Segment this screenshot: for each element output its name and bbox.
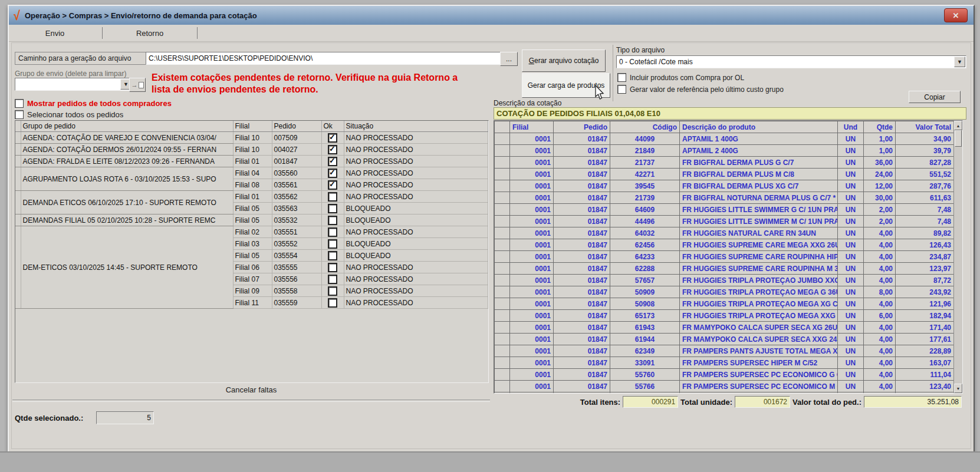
selecionar-todos-checkbox[interactable] — [15, 110, 24, 119]
row-checkbox[interactable] — [328, 204, 337, 213]
cell-pedido: 035551 — [272, 226, 321, 238]
copiar-button[interactable]: Copiar — [909, 91, 961, 103]
table-row[interactable]: 00010184761943FR MAMYPOKO CALCA SUPER SE… — [495, 322, 954, 334]
scroll-down-icon[interactable]: ▼ — [954, 384, 962, 393]
table-row[interactable]: 00010184750908FR HUGGIES TRIPLA PROTEÇAO… — [495, 298, 954, 310]
row-checkbox[interactable] — [328, 192, 337, 202]
cell-pedido: 01847 — [554, 298, 610, 310]
cell-und: UN — [838, 381, 864, 392]
cell-ok — [321, 238, 344, 250]
cell-valor: 243,92 — [896, 286, 954, 298]
incluir-ol-checkbox-row[interactable]: Incluir produtos com Compra por OL — [617, 73, 744, 82]
table-row[interactable]: 00010184764609FR HUGGIES LITTLE SWIMMER … — [495, 204, 954, 216]
row-checkbox[interactable] — [328, 133, 337, 143]
cell-ok — [321, 250, 344, 262]
cell-valor: 182,94 — [896, 310, 954, 322]
cell-qtde: 4,00 — [864, 239, 896, 251]
row-checkbox[interactable] — [328, 251, 337, 260]
table-row[interactable]: 00010184762456FR HUGGIES SUPREME CARE ME… — [495, 239, 954, 251]
row-checkbox[interactable] — [328, 169, 337, 178]
gerar-arquivo-cotacao-button[interactable]: Gerar arquivo cotação — [522, 49, 606, 72]
table-row[interactable]: 00010184744099APTAMIL 1 400GUN1,0034,90 — [495, 133, 954, 145]
table-row[interactable]: DEMANDA ETICOS 06/10/2025 17:10 - SUPORT… — [15, 191, 488, 203]
grupo-envio-select[interactable]: ▼ — [15, 78, 133, 91]
window-title: Operação > Compras > Envio/retorno de de… — [25, 11, 257, 20]
incluir-ol-checkbox[interactable] — [617, 73, 626, 82]
table-row[interactable]: 00010184764233FR HUGGIES SUPREME CARE RO… — [495, 251, 954, 263]
chevron-down-icon[interactable]: ▼ — [954, 57, 965, 67]
cell-descricao: FR HUGGIES SUPREME CARE ROUPINHA M 36UN — [680, 263, 838, 275]
table-row[interactable]: 00010184757657FR HUGGIES TRIPLA PROTEÇAO… — [495, 275, 954, 286]
row-gutter — [495, 357, 510, 369]
mostrar-todos-checkbox[interactable] — [15, 99, 24, 108]
tipo-arquivo-select[interactable]: 0 - Cotefácil /Cote mais ▼ — [616, 55, 966, 68]
mostrar-todos-checkbox-row[interactable]: Mostrar pedidos de todos compradores — [15, 99, 172, 108]
close-button[interactable]: ✕ — [944, 8, 968, 22]
scroll-up-icon[interactable]: ▲ — [954, 121, 962, 130]
valor-referencia-checkbox-row[interactable]: Gerar valor de referência pelo último cu… — [617, 85, 784, 94]
table-row[interactable]: 00010184755766FR PAMPERS SUPERSEC PC ECO… — [495, 381, 954, 392]
cell-qtde: 4,00 — [864, 369, 896, 381]
row-checkbox[interactable] — [328, 227, 337, 237]
row-checkbox[interactable] — [328, 239, 337, 249]
descricao-cotacao-field[interactable]: COTAÇÃO DE PEDIDOS FILIAIS 01,04,08 E10 — [494, 107, 966, 120]
table-row[interactable]: 00010184755760FR PAMPERS SUPERSEC PC ECO… — [495, 369, 954, 381]
table-row[interactable]: 00010184721739FR BIGFRAL NOTURNA DERMA P… — [495, 192, 954, 204]
tab-retorno[interactable]: Retorno — [104, 29, 196, 38]
cell-pedido: 01847 — [554, 286, 610, 298]
row-checkbox[interactable] — [328, 145, 337, 154]
browse-button[interactable]: ... — [500, 52, 518, 66]
row-checkbox[interactable] — [328, 157, 337, 166]
table-row[interactable]: 00010184744496FR HUGGIES LITTLE SWIMMER … — [495, 216, 954, 227]
table-row[interactable]: 00010184739545FR BIGFRAL DERMA PLUS XG C… — [495, 180, 954, 192]
valor-referencia-checkbox[interactable] — [617, 85, 626, 94]
cell-valor: 123,97 — [896, 263, 954, 275]
row-gutter — [495, 286, 510, 298]
scrollbar-thumb[interactable] — [955, 130, 962, 147]
table-row[interactable]: 00010184764032FR HUGGIES NATURAL CARE RN… — [495, 227, 954, 239]
table-row[interactable]: 00010184762288FR HUGGIES SUPREME CARE RO… — [495, 263, 954, 275]
row-checkbox[interactable] — [328, 216, 337, 225]
row-checkbox[interactable] — [328, 286, 337, 296]
aplicar-grupo-button[interactable]: → — [129, 78, 146, 92]
qtde-selecionado-label: Qtde selecionado.: — [15, 414, 83, 423]
qtde-selecionado-field[interactable]: 5 — [96, 411, 154, 424]
table-row[interactable]: 00010184742271FR BIGFRAL DERMA PLUS M C/… — [495, 169, 954, 180]
table-row[interactable]: AGENDA: COTAÇÃO DERMOS 26/01/2024 09:55 … — [15, 144, 488, 156]
cell-pedido: 01847 — [554, 345, 610, 357]
column-header: Grupo de pedido — [21, 121, 233, 132]
cell-codigo: 50909 — [610, 286, 680, 298]
cell-und: UN — [838, 169, 864, 180]
path-input[interactable]: C:\USERS\SUPORTE1\DESKTOP\PEDIDO\ENVIO\ — [146, 52, 503, 65]
cell-situacao: BLOQUEADO — [344, 203, 488, 214]
column-header: Valor Total — [896, 121, 954, 133]
table-row[interactable]: 00010184721731FR PAMPERS SUPERSEC PC ECO… — [495, 392, 954, 394]
row-checkbox[interactable] — [328, 275, 337, 284]
row-checkbox[interactable] — [328, 298, 337, 308]
row-checkbox[interactable] — [328, 180, 337, 190]
cell-und: UN — [838, 239, 864, 251]
table-row[interactable]: AGENDA: COTAÇÃO DE VAREJO E CONVENIENCIA… — [15, 132, 488, 144]
table-row[interactable]: 00010184765173FR HUGGIES TRIPLA PROTEÇAO… — [495, 310, 954, 322]
cell-descricao: FR PAMPERS SUPERSEC PC ECONOMICO XXG — [680, 392, 838, 394]
table-row[interactable]: 00010184761944FR MAMYPOKO CALCA SUPER SE… — [495, 334, 954, 345]
cell-und: UN — [838, 204, 864, 216]
table-row[interactable]: 00010184750909FR HUGGIES TRIPLA PROTEÇAO… — [495, 286, 954, 298]
cancelar-faltas-button[interactable]: Cancelar faltas — [15, 382, 488, 397]
selecionar-todos-checkbox-row[interactable]: Selecionar todos os pedidos — [15, 110, 123, 119]
cell-filial: Filial 08 — [233, 179, 272, 191]
table-row[interactable]: 00010184721849APTAMIL 2 400GUN1,0039,79 — [495, 145, 954, 157]
table-row[interactable]: AGRUPAMENTO LOJAS ROTA 6 - 03/10/2025 15… — [15, 167, 488, 179]
table-row[interactable]: DEM-ETICOS 03/10/2025 14:45 - SUPORTE RE… — [15, 226, 488, 238]
table-row[interactable]: 00010184733091FR PAMPERS SUPERSEC HIPER … — [495, 357, 954, 369]
cell-codigo: 33091 — [610, 357, 680, 369]
tab-envio[interactable]: Envio — [9, 29, 101, 38]
table-row[interactable]: 00010184762349FR PAMPERS PANTS AJUSTE TO… — [495, 345, 954, 357]
vertical-scrollbar[interactable]: ▲ ▼ — [953, 121, 962, 393]
table-row[interactable]: DEMANDAS FILIAL 05 02/10/2025 10:28 - SU… — [15, 214, 488, 226]
row-gutter — [495, 392, 510, 394]
row-checkbox[interactable] — [328, 263, 337, 272]
cell-codigo: 21849 — [610, 145, 680, 157]
table-row[interactable]: AGENDA: FRALDA E LEITE 08/12/2023 09:26 … — [15, 156, 488, 167]
table-row[interactable]: 00010184721737FR BIGFRAL DERMA PLUS G C/… — [495, 157, 954, 169]
